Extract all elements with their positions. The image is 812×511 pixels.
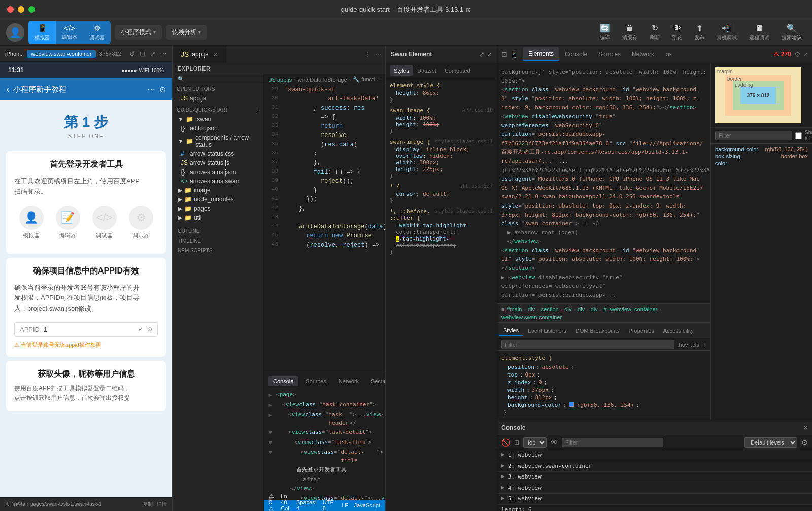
log-level-selector[interactable]: Default levels xyxy=(744,437,797,448)
bc-div4[interactable]: div xyxy=(591,306,598,312)
expand-icon[interactable]: ⤢ xyxy=(150,50,156,58)
context-selector[interactable]: top xyxy=(523,437,547,448)
nav-menu-icon[interactable]: ⋯ xyxy=(147,85,155,94)
html-line[interactable]: </view> xyxy=(264,484,385,494)
folder-components[interactable]: ▼ 📁 components / arrow-status xyxy=(173,133,263,149)
close-icon[interactable]: × xyxy=(804,50,808,58)
npm-scripts-label[interactable]: NPM SCRIPTS xyxy=(173,246,263,255)
inspect-icon[interactable]: ⊡ xyxy=(501,50,507,58)
styles-tab[interactable]: Styles xyxy=(499,325,523,336)
hov-button[interactable]: :hov xyxy=(678,342,688,348)
breadcrumb-copy-button[interactable]: 复制 xyxy=(143,501,153,508)
file-arrow-css[interactable]: # arrow-status.css xyxy=(173,149,263,158)
settings-icon[interactable]: ⚙ xyxy=(794,50,801,58)
more-actions-icon[interactable]: ⋯ xyxy=(375,51,381,58)
console-filter-input[interactable] xyxy=(562,438,663,447)
close-icon[interactable]: × xyxy=(488,50,492,58)
real-debug-button[interactable]: 📲 真机调试 xyxy=(713,21,741,43)
appid-search-icon[interactable]: ⊙ xyxy=(147,326,152,333)
code-editor[interactable]: 29 'swan-quick-st 30 art-tasksData' 31 ,… xyxy=(264,85,385,373)
console-line-2[interactable]: ▶ 2: webview.swan-container xyxy=(497,461,812,472)
cls-button[interactable]: .cls xyxy=(691,342,699,348)
add-style-icon[interactable]: + xyxy=(702,340,706,349)
file-editor-json[interactable]: {} editor.json xyxy=(173,124,263,133)
more-icon[interactable]: ⋯ xyxy=(160,50,167,58)
html-line[interactable]: ▶<view class="task-header">...</view> xyxy=(264,410,385,428)
show-all-checkbox[interactable] xyxy=(795,132,802,139)
folder-swan[interactable]: ▼ 📁 .swan xyxy=(173,115,263,124)
properties-tab[interactable]: Properties xyxy=(625,326,658,336)
html-line[interactable]: ::after xyxy=(264,475,385,485)
remote-debug-button[interactable]: 🖥 远程调试 xyxy=(745,22,773,43)
bc-div3[interactable]: div xyxy=(578,306,585,312)
swan-tab-dataset[interactable]: Dataset xyxy=(413,65,441,76)
console-clear-icon[interactable]: 🚫 xyxy=(501,438,510,447)
debug-mode-button[interactable]: ⚙ 调试器 xyxy=(83,21,111,44)
clear-cache-button[interactable]: 🗑 清缓存 xyxy=(618,22,641,43)
console-expand-icon[interactable]: ⊡ xyxy=(514,439,519,446)
accessibility-tab[interactable]: Accessibility xyxy=(659,326,698,336)
folder-pages[interactable]: ▶ 📁 pages xyxy=(173,204,263,213)
console-line-5[interactable]: ▶ 5: webview xyxy=(497,494,812,505)
html-line[interactable]: ▼<view class="detail-title"> xyxy=(264,448,385,465)
device-icon[interactable]: 📱 xyxy=(510,50,518,58)
html-line[interactable]: ▼<view class="task-detail"> xyxy=(264,428,385,438)
simulate-mode-button[interactable]: 📱 模拟器 xyxy=(28,21,56,44)
nav-home-icon[interactable]: ⊙ xyxy=(159,85,166,94)
folder-image[interactable]: ▶ 📁 image xyxy=(173,186,263,195)
bc-main[interactable]: #main xyxy=(506,306,522,312)
preview-button[interactable]: 👁 预览 xyxy=(668,22,686,43)
back-icon[interactable]: ‹ xyxy=(6,84,9,95)
bc-div2[interactable]: div xyxy=(564,306,571,312)
tab-sources[interactable]: Sources xyxy=(300,376,331,386)
devtools-tab-console[interactable]: Console xyxy=(560,48,592,61)
event-listeners-tab[interactable]: Event Listeners xyxy=(524,326,570,336)
devtools-tab-elements[interactable]: Elements xyxy=(523,47,559,61)
miniapp-mode-dropdown[interactable]: 小程序模式 ▾ xyxy=(115,25,162,40)
console-close-icon[interactable]: × xyxy=(803,423,808,432)
dependency-dropdown[interactable]: 依赖分析 ▾ xyxy=(166,25,207,40)
tab-security[interactable]: Security xyxy=(366,376,385,386)
console-line-4[interactable]: ▶ 4: webview xyxy=(497,483,812,494)
styles-filter-input[interactable] xyxy=(501,340,674,349)
devtools-tab-network[interactable]: Network xyxy=(627,48,659,61)
search-icon[interactable]: 🔍 xyxy=(178,76,184,82)
breadcrumb-detail-button[interactable]: 详情 xyxy=(157,501,167,508)
tab-console[interactable]: Console xyxy=(268,376,298,386)
rotate-icon[interactable]: ↺ xyxy=(129,50,136,58)
appid-check-icon[interactable]: ✓ xyxy=(138,326,143,333)
folder-node-modules[interactable]: ▶ 📁 node_modules xyxy=(173,195,263,204)
console-line-length[interactable]: length: 6 xyxy=(497,505,812,512)
refresh-button[interactable]: ↻ 刷新 xyxy=(646,21,664,43)
folder-util[interactable]: ▶ 📁 util xyxy=(173,213,263,222)
new-file-icon[interactable]: + xyxy=(256,107,259,113)
phone-content[interactable]: 第 1 步 STEP ONE 首先登录开发者工具 在工具欢迎页或项目左上角，使用… xyxy=(0,100,172,497)
file-arrow-js[interactable]: JS arrow-status.js xyxy=(173,158,263,167)
search-suggest-button[interactable]: 🔍 搜索建议 xyxy=(777,21,806,43)
tab-network[interactable]: Network xyxy=(333,376,364,386)
maximize-button[interactable] xyxy=(28,6,35,13)
swan-tab-styles[interactable]: Styles xyxy=(390,65,413,76)
tab-close-icon[interactable]: × xyxy=(213,50,217,58)
html-line[interactable]: ▶<page> xyxy=(264,390,385,400)
split-editor-icon[interactable]: ⋮ xyxy=(365,51,371,58)
bc-section[interactable]: section xyxy=(541,306,559,312)
bc-webview-swan[interactable]: webview.swan-container xyxy=(501,314,562,320)
swan-tab-computed[interactable]: Computed xyxy=(441,65,475,76)
expand-icon[interactable]: ⤢ xyxy=(479,50,485,58)
devtools-tab-sources[interactable]: Sources xyxy=(593,48,626,61)
publish-button[interactable]: ⬆ 发布 xyxy=(690,21,708,43)
console-settings-icon[interactable]: ⚙ xyxy=(801,438,808,447)
zoom-icon[interactable]: ⊡ xyxy=(140,50,146,58)
bc-webview-container[interactable]: #_webview_container xyxy=(604,306,658,312)
open-file-item[interactable]: JS app.js xyxy=(173,94,263,103)
html-line[interactable]: 首先登录开发者工具 xyxy=(264,465,385,475)
edit-mode-button[interactable]: </> 编辑器 xyxy=(56,21,83,44)
file-arrow-swan[interactable]: <> arrow-status.swan xyxy=(173,177,263,186)
computed-filter-input[interactable] xyxy=(715,131,792,140)
file-arrow-json[interactable]: {} arrow-status.json xyxy=(173,167,263,177)
console-line-3[interactable]: ▶ 3: webview xyxy=(497,472,812,483)
bc-div1[interactable]: div xyxy=(528,306,535,312)
devtools-tab-more[interactable]: ≫ xyxy=(660,48,677,61)
tab-appjs[interactable]: JS app.js × xyxy=(173,46,226,63)
